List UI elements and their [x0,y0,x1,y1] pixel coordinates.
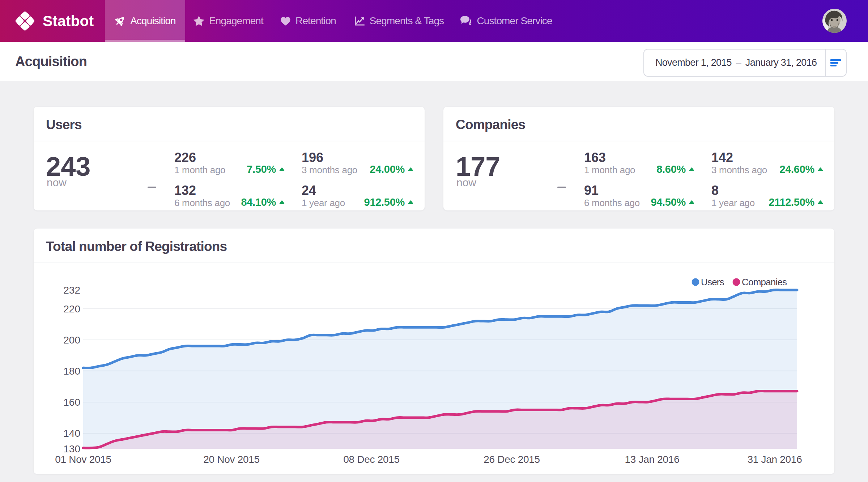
svg-text:01 Nov 2015: 01 Nov 2015 [55,454,111,465]
svg-text:31 Jan 2016: 31 Jan 2016 [748,454,802,465]
svg-text:26 Dec 2015: 26 Dec 2015 [484,454,540,465]
svg-text:13 Jan 2016: 13 Jan 2016 [625,454,680,465]
svg-text:140: 140 [63,428,80,439]
svg-text:Companies: Companies [742,277,787,287]
svg-text:200: 200 [63,334,80,346]
svg-text:232: 232 [63,285,80,296]
svg-text:160: 160 [63,397,80,408]
svg-text:130: 130 [63,443,80,455]
svg-text:180: 180 [63,366,80,377]
svg-text:20 Nov 2015: 20 Nov 2015 [203,454,260,465]
svg-text:Users: Users [701,277,724,287]
svg-text:220: 220 [63,303,80,315]
svg-text:08 Dec 2015: 08 Dec 2015 [343,454,400,465]
